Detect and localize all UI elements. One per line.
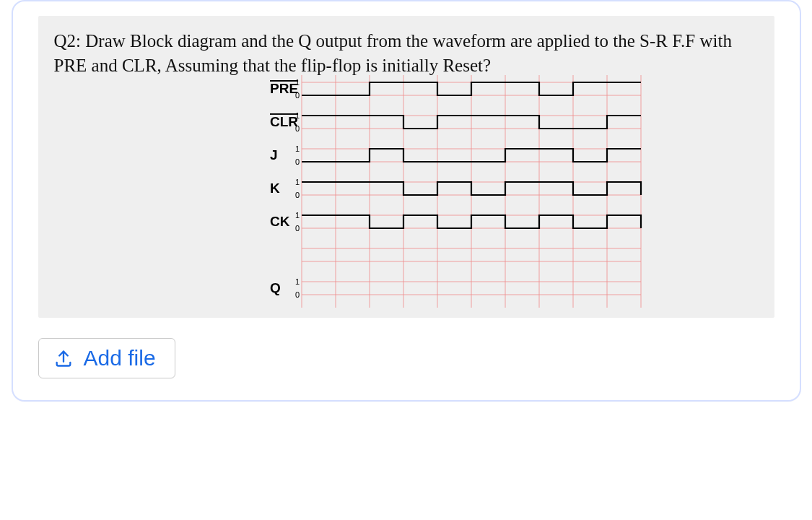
svg-text:1: 1 <box>295 144 300 153</box>
svg-text:K: K <box>270 181 280 196</box>
svg-text:J: J <box>270 147 278 162</box>
svg-text:0: 0 <box>295 124 300 133</box>
upload-icon <box>53 348 74 368</box>
question-text: Q2: Draw Block diagram and the Q output … <box>54 29 759 78</box>
svg-text:CK: CK <box>270 214 290 229</box>
question-area: Q2: Draw Block diagram and the Q output … <box>38 16 774 318</box>
svg-text:CLR: CLR <box>270 114 298 129</box>
svg-text:0: 0 <box>295 91 300 100</box>
svg-text:1: 1 <box>295 277 300 286</box>
svg-text:1: 1 <box>295 111 300 120</box>
svg-text:PRE: PRE <box>270 81 298 96</box>
question-card: Q2: Draw Block diagram and the Q output … <box>12 0 801 402</box>
add-file-label: Add file <box>84 346 156 370</box>
question-body: Draw Block diagram and the Q output from… <box>54 31 732 75</box>
timing-diagram: PRE10CLR10J10K10CK10Q10 <box>251 72 655 318</box>
svg-text:1: 1 <box>295 178 300 186</box>
svg-text:1: 1 <box>295 211 300 220</box>
svg-text:0: 0 <box>295 290 300 299</box>
svg-text:0: 0 <box>295 157 300 166</box>
timing-diagram-wrap: PRE10CLR10J10K10CK10Q10 <box>54 72 759 318</box>
svg-text:0: 0 <box>295 191 300 199</box>
svg-text:0: 0 <box>295 224 300 233</box>
question-prefix: Q2: <box>54 31 82 51</box>
svg-text:1: 1 <box>295 78 300 87</box>
add-file-row: Add file <box>38 338 774 378</box>
add-file-button[interactable]: Add file <box>38 338 175 378</box>
svg-text:Q: Q <box>270 280 281 295</box>
